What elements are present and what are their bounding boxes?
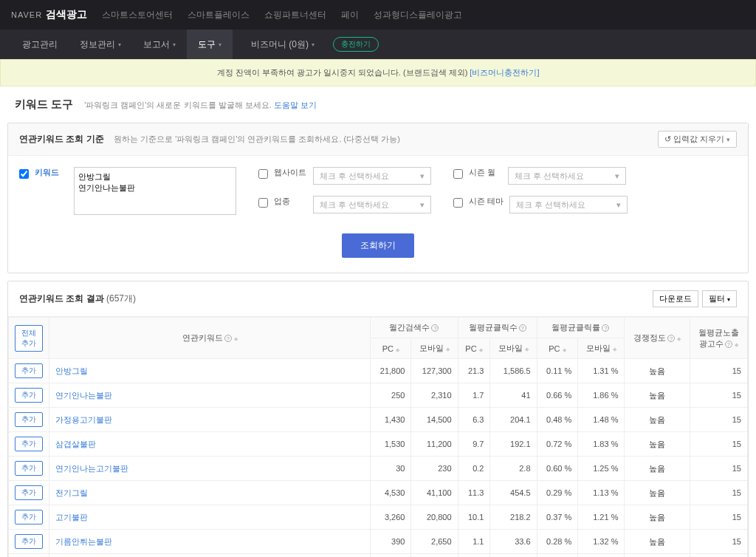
topnav-link-2[interactable]: 쇼핑파트너센터: [264, 9, 326, 21]
th-keyword[interactable]: 연관키워드?◆: [49, 318, 371, 359]
add-button[interactable]: 추가: [15, 437, 43, 451]
cell-click-pc: 1.7: [458, 383, 490, 408]
cell-ctr-mobile: 1.25 %: [578, 457, 625, 481]
clear-inputs-button[interactable]: ↺ 입력값 지우기▾: [658, 131, 737, 148]
cell-ctr-mobile: 1.32 %: [578, 530, 625, 554]
cell-click-pc: 22.2: [458, 554, 490, 558]
chevron-down-icon: ▾: [118, 41, 121, 48]
query-button[interactable]: 조회하기: [342, 233, 414, 258]
subnav-bizmoney[interactable]: 비즈머니 (0원)▾: [240, 30, 326, 59]
subnav-ad-manage[interactable]: 광고관리: [11, 30, 69, 59]
info-icon: ?: [725, 341, 732, 348]
add-button[interactable]: 추가: [15, 461, 43, 476]
cell-click-pc: 1.1: [458, 530, 490, 554]
website-checkbox[interactable]: [258, 169, 268, 179]
add-button[interactable]: 추가: [15, 485, 43, 500]
keyword-link[interactable]: 고기불판: [55, 513, 88, 522]
filter-industry-row: 업종 체크 후 선택하세요▾: [258, 196, 431, 213]
season-theme-checkbox[interactable]: [453, 198, 463, 208]
website-label: 웹사이트: [274, 167, 307, 178]
chevron-down-icon: ▾: [727, 296, 730, 303]
add-button[interactable]: 추가: [15, 510, 43, 524]
table-row: 추가연기안나는불판2502,3101.7410.66 %1.86 %높음15: [9, 383, 748, 408]
season-month-label: 시즌 월: [469, 167, 502, 178]
cell-ctr-pc: 0.11 %: [537, 359, 578, 383]
th-ctr-mobile[interactable]: 모바일◆: [578, 338, 625, 359]
season-month-select[interactable]: 체크 후 선택하세요▾: [508, 167, 626, 185]
topnav-link-4[interactable]: 성과형디스플레이광고: [374, 9, 462, 21]
filter-button[interactable]: 필터 ▾: [702, 290, 737, 307]
table-row: 추가삼겹살불판1,53011,2009.7192.10.72 %1.83 %높음…: [9, 432, 748, 457]
th-competition[interactable]: 경쟁정도?◆: [625, 318, 690, 359]
cell-search-pc: 3,820: [371, 554, 411, 558]
cell-search-mobile: 14,500: [411, 408, 458, 432]
add-button[interactable]: 추가: [15, 534, 43, 549]
subnav-tools[interactable]: 도구▾: [187, 30, 233, 59]
th-search-mobile[interactable]: 모바일◆: [411, 338, 458, 359]
help-link[interactable]: 도움말 보기: [274, 100, 317, 109]
info-icon: ?: [224, 335, 232, 342]
result-title: 연관키워드 조회 결과 (657개): [19, 293, 136, 305]
alert-bar: 계정 잔액이 부족하여 광고가 일시중지 되었습니다. (브랜드검색 제외) […: [0, 59, 756, 86]
filter-panel: 연관키워드 조회 기준 원하는 기준으로 '파워링크 캠페인'의 연관키워드를 …: [7, 123, 749, 273]
topnav-link-3[interactable]: 페이: [341, 9, 359, 21]
th-search-pc[interactable]: PC◆: [371, 338, 411, 359]
add-button[interactable]: 추가: [15, 412, 43, 427]
cell-competition: 높음: [625, 530, 690, 554]
cell-click-mobile: 2.8: [490, 457, 537, 481]
cell-search-pc: 30: [371, 457, 411, 481]
keyword-textarea[interactable]: [74, 167, 236, 215]
cell-click-pc: 9.7: [458, 432, 490, 457]
cell-ctr-mobile: 1.13 %: [578, 481, 625, 505]
charge-button[interactable]: 충전하기: [333, 37, 379, 52]
cell-search-mobile: 11,200: [411, 432, 458, 457]
add-all-button[interactable]: 전체추가: [15, 325, 43, 352]
keyword-link[interactable]: 삼겹살불판: [55, 440, 96, 448]
keyword-link[interactable]: 가정용고기불판: [55, 415, 112, 424]
subnav-report[interactable]: 보고서▾: [132, 30, 187, 59]
keyword-link[interactable]: 연기안나는고기불판: [55, 464, 128, 473]
keyword-link[interactable]: 기름안튀는불판: [55, 537, 112, 546]
cell-search-pc: 250: [371, 383, 411, 408]
cell-ctr-pc: 0.28 %: [537, 530, 578, 554]
sort-icon: ◆: [677, 336, 681, 341]
keyword-link[interactable]: 전기그릴: [55, 488, 88, 497]
info-icon: ?: [602, 324, 609, 332]
subnav-info[interactable]: 정보관리▾: [69, 30, 132, 59]
chevron-down-icon: ▾: [173, 41, 176, 48]
th-ctr-pc[interactable]: PC◆: [537, 338, 578, 359]
th-click-mobile[interactable]: 모바일◆: [490, 338, 537, 359]
sort-icon: ◆: [234, 336, 238, 341]
add-button[interactable]: 추가: [15, 388, 43, 403]
industry-checkbox[interactable]: [258, 198, 268, 208]
th-monthly-ctr: 월평균클릭률?: [537, 318, 625, 338]
website-select[interactable]: 체크 후 선택하세요▾: [313, 167, 431, 185]
download-button[interactable]: 다운로드: [653, 290, 698, 307]
cell-click-pc: 0.2: [458, 457, 490, 481]
sort-icon: ◆: [525, 346, 529, 352]
keyword-checkbox[interactable]: [19, 169, 29, 179]
industry-select[interactable]: 체크 후 선택하세요▾: [313, 196, 431, 213]
th-monthly-ads[interactable]: 월평균노출 광고수?◆: [690, 318, 747, 359]
keyword-link[interactable]: 연기안나는불판: [55, 391, 112, 400]
topnav-link-1[interactable]: 스마트플레이스: [188, 9, 250, 21]
cell-ctr-mobile: 1.21 %: [578, 505, 625, 530]
filter-season-theme-row: 시즌 테마 체크 후 선택하세요▾: [453, 196, 628, 213]
th-click-pc[interactable]: PC◆: [458, 338, 490, 359]
cell-competition: 높음: [625, 359, 690, 383]
th-monthly-search: 월간검색수?: [371, 318, 458, 338]
alert-link[interactable]: [비즈머니충전하기]: [470, 68, 539, 77]
keyword-link[interactable]: 안방그릴: [55, 366, 88, 375]
table-row: 추가전기그릴4,53041,10011.3454.50.29 %1.13 %높음…: [9, 481, 748, 505]
season-theme-select[interactable]: 체크 후 선택하세요▾: [509, 196, 628, 213]
topnav-link-0[interactable]: 스마트스토어센터: [102, 9, 173, 21]
table-row: 추가연기안나는고기불판302300.22.80.60 %1.25 %높음15: [9, 457, 748, 481]
add-button[interactable]: 추가: [15, 363, 43, 378]
result-table: 전체추가 연관키워드?◆ 월간검색수? 월평균클릭수? 월평균클릭률? 경쟁정도…: [8, 317, 748, 557]
season-month-checkbox[interactable]: [453, 169, 463, 179]
cell-ads: 15: [690, 554, 747, 558]
filter-season-month-row: 시즌 월 체크 후 선택하세요▾: [453, 167, 628, 185]
cell-ctr-mobile: 1.86 %: [578, 383, 625, 408]
cell-click-mobile: 218.2: [490, 505, 537, 530]
cell-ctr-mobile: 1.83 %: [578, 432, 625, 457]
